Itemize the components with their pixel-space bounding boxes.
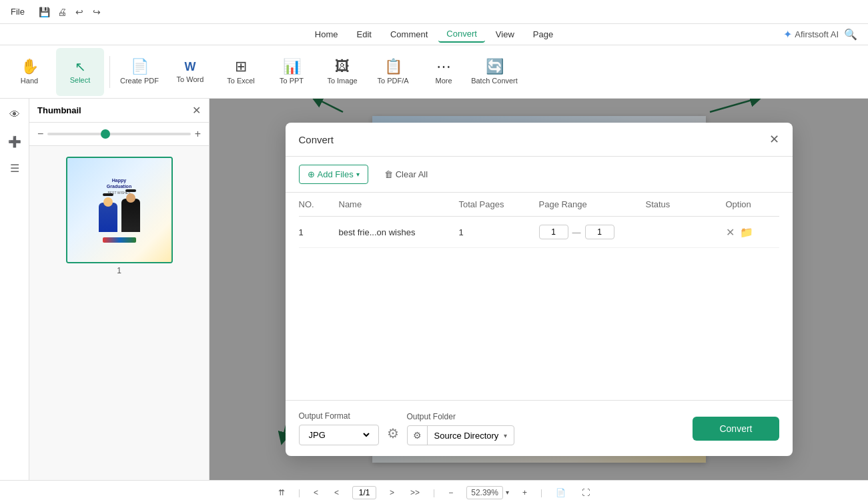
status-divider-2: | [433, 488, 435, 497]
toolbar-hand[interactable]: ✋ Hand [5, 48, 53, 96]
zoom-slider[interactable] [47, 133, 190, 135]
source-dir-label: Source Directory [434, 431, 499, 441]
modal-table: NO. Name Total Pages Page Range Status O… [286, 193, 793, 324]
menu-edit[interactable]: Edit [349, 27, 380, 42]
main-layout: 👁 ➕ ☰ Thumbnail ✕ − + HappyGraduation BE… [0, 99, 868, 480]
toolbar-batch-convert[interactable]: 🔄 Batch Convert [470, 48, 518, 96]
to-word-label: To Word [177, 75, 204, 83]
zoom-in-icon[interactable]: + [195, 128, 201, 140]
add-icon: ⊕ [308, 169, 315, 179]
fig2-cap [125, 189, 136, 192]
menu-view[interactable]: View [488, 27, 522, 42]
toolbar-more[interactable]: ⋯ More [420, 48, 468, 96]
create-pdf-label: Create PDF [120, 77, 159, 85]
page-range-start[interactable] [539, 225, 568, 239]
hand-label: Hand [21, 77, 38, 85]
source-directory-dropdown[interactable]: Source Directory ▾ [428, 427, 514, 445]
delete-row-icon[interactable]: ✕ [726, 226, 735, 239]
figure-1 [99, 203, 117, 232]
page-view-icon[interactable]: 📄 [553, 487, 568, 499]
thumbnail-title: Thumbnail [37, 105, 81, 115]
add-files-button[interactable]: ⊕ Add Files ▾ [299, 165, 368, 184]
add-files-label: Add Files [318, 169, 354, 179]
to-word-icon: W [185, 61, 196, 73]
toolbar-to-excel[interactable]: ⊞ To Excel [217, 48, 265, 96]
open-folder-icon[interactable]: 📁 [740, 226, 753, 239]
toolbar-to-pdfa[interactable]: 📋 To PDF/A [369, 48, 417, 96]
title-bar-icons: 💾 🖨 ↩ ↪ [38, 5, 103, 19]
thumbnail-close-icon[interactable]: ✕ [192, 104, 201, 117]
print-icon[interactable]: 🖨 [55, 5, 69, 19]
menu-convert[interactable]: Convert [438, 26, 485, 43]
sidebar-add-icon[interactable]: ➕ [4, 131, 25, 152]
prev-page-button[interactable]: < [311, 487, 321, 499]
menu-comment[interactable]: Comment [382, 27, 436, 42]
zoom-out-btn[interactable]: − [446, 487, 456, 499]
sidebar-thumbnail-icon[interactable]: 👁 [4, 104, 25, 125]
col-range: Page Range [539, 199, 646, 209]
output-format-select[interactable]: JPG PNG BMP TIFF [299, 425, 379, 445]
file-menu[interactable]: File [5, 5, 30, 18]
zoom-in-btn[interactable]: + [520, 487, 530, 499]
toolbar-to-word[interactable]: W To Word [166, 48, 214, 96]
toolbar-to-image[interactable]: 🖼 To Image [318, 48, 366, 96]
sidebar-menu-icon[interactable]: ☰ [4, 157, 25, 179]
title-bar: File 💾 🖨 ↩ ↪ [0, 0, 868, 24]
to-image-icon: 🖼 [335, 59, 350, 74]
output-format-label: Output Format [299, 411, 379, 421]
status-divider-3: | [540, 488, 542, 497]
save-icon[interactable]: 💾 [38, 5, 51, 19]
figure-2 [121, 199, 140, 232]
menu-bar: Home Edit Comment Convert View Page ✦ Af… [0, 24, 868, 45]
content-area: HappyGraduation BEST WISHES [209, 99, 868, 480]
modal-close-button[interactable]: ✕ [769, 132, 779, 147]
output-section: Output Format JPG PNG BMP TIFF ⚙ [299, 411, 515, 445]
status-divider-1: | [298, 488, 300, 497]
col-name: Name [339, 199, 459, 209]
convert-button[interactable]: Convert [693, 417, 779, 441]
page-range-dash: — [572, 227, 581, 237]
create-pdf-icon: 📄 [131, 59, 149, 74]
modal-empty-space [286, 324, 793, 400]
last-page-button[interactable]: >> [408, 487, 422, 499]
gear-icon[interactable]: ⚙ [387, 425, 399, 441]
undo-icon[interactable]: ↩ [73, 5, 86, 19]
col-option: Option [726, 199, 779, 209]
select-icon: ↖ [75, 60, 86, 73]
col-status: Status [646, 199, 726, 209]
thumbnail-item[interactable]: HappyGraduation BEST WISHES [66, 157, 173, 275]
toolbar-select[interactable]: ↖ Select [56, 48, 104, 96]
first-page-button[interactable]: ⇈ [276, 487, 288, 499]
folder-browse-icon[interactable]: ⚙ [408, 426, 428, 445]
fit-screen-icon[interactable]: ⛶ [579, 487, 592, 499]
menu-page[interactable]: Page [525, 27, 561, 42]
clear-all-button[interactable]: 🗑 Clear All [376, 165, 436, 183]
ai-badge[interactable]: ✦ Afirstsoft AI [783, 28, 839, 41]
trash-icon: 🗑 [384, 169, 393, 179]
toolbar-create-pdf[interactable]: 📄 Create PDF [115, 48, 163, 96]
menu-home[interactable]: Home [307, 27, 346, 42]
output-folder-select[interactable]: ⚙ Source Directory ▾ [407, 425, 515, 445]
row-options: ✕ 📁 [726, 226, 779, 239]
page-range-end[interactable] [585, 225, 614, 239]
grad-figures [99, 199, 140, 232]
next-page-btn2[interactable]: > [387, 487, 397, 499]
convert-modal: Convert ✕ ⊕ Add Files ▾ 🗑 Clear All [286, 123, 793, 456]
format-dropdown[interactable]: JPG PNG BMP TIFF [306, 429, 372, 441]
row-name: best frie...on wishes [339, 227, 459, 237]
col-no: NO. [299, 199, 339, 209]
ai-label: Afirstsoft AI [795, 29, 839, 39]
more-label: More [435, 77, 452, 85]
zoom-caret-icon[interactable]: ▾ [506, 489, 509, 496]
fig1-head [103, 197, 113, 207]
output-folder-label: Output Folder [407, 412, 515, 421]
toolbar-to-ppt[interactable]: 📊 To PPT [268, 48, 316, 96]
table-header: NO. Name Total Pages Page Range Status O… [299, 193, 779, 217]
page-number-input[interactable] [352, 486, 376, 499]
zoom-out-icon[interactable]: − [37, 128, 43, 140]
redo-icon[interactable]: ↪ [90, 5, 103, 19]
search-icon[interactable]: 🔍 [844, 28, 857, 41]
fig1-cap [103, 193, 113, 196]
next-page-button[interactable]: < [332, 487, 342, 499]
thumbnail-content: HappyGraduation BEST WISHES [29, 146, 209, 480]
